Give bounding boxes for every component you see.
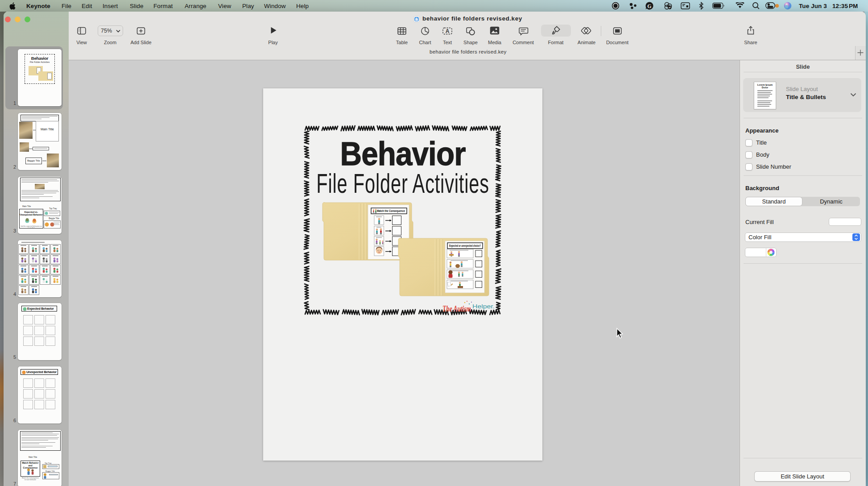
svg-text:A: A (446, 28, 450, 34)
svg-text:Expected or unexpected choice?: Expected or unexpected choice? (449, 244, 481, 248)
svg-text:Helper.: Helper. (472, 303, 495, 310)
svg-text:Match the Consequence: Match the Consequence (377, 209, 405, 213)
svg-text:The Autism: The Autism (442, 304, 471, 313)
svg-text:G: G (647, 3, 651, 9)
